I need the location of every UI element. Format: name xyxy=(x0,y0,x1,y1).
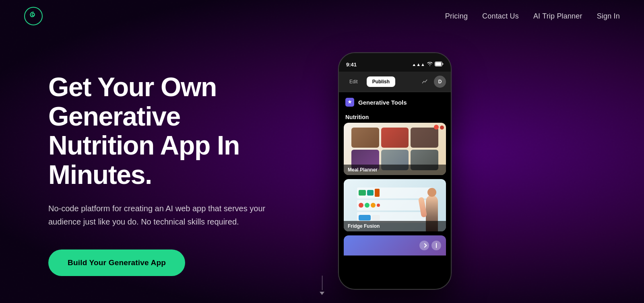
chart-button[interactable] xyxy=(419,76,431,88)
phone-notch xyxy=(371,53,419,64)
scroll-arrowhead xyxy=(320,292,324,295)
section-label-nutrition: Nutrition xyxy=(339,111,451,123)
nav-link-ai-trip[interactable]: AI Trip Planner xyxy=(533,12,582,20)
phone-frame: 9:41 ▲▲▲ xyxy=(338,52,452,290)
logo-icon xyxy=(24,7,43,25)
meal-planner-card[interactable]: Meal Planner xyxy=(344,123,446,175)
phone-mockup: 9:41 ▲▲▲ xyxy=(338,52,459,290)
wifi-icon xyxy=(427,62,433,67)
publish-button[interactable]: Publish xyxy=(367,76,395,87)
navbar: Pricing Contact Us AI Trip Planner Sign … xyxy=(0,0,644,32)
hero-subtitle: No-code platform for creating an AI web … xyxy=(48,202,274,229)
nav-link-contact[interactable]: Contact Us xyxy=(482,12,519,20)
battery-icon xyxy=(435,62,444,67)
fridge-fusion-card[interactable]: Fridge Fusion xyxy=(344,179,446,231)
status-time: 9:41 xyxy=(346,62,357,68)
nav-link-pricing[interactable]: Pricing xyxy=(445,12,468,20)
main-content: Get Your Own Generative Nutrition App In… xyxy=(0,32,644,303)
logo[interactable] xyxy=(24,7,43,25)
nav-item-pricing[interactable]: Pricing xyxy=(445,12,468,21)
svg-rect-1 xyxy=(436,62,442,66)
app-header: Generative Tools xyxy=(339,92,451,111)
edit-button[interactable]: Edit xyxy=(344,76,363,87)
nav-item-ai-trip[interactable]: AI Trip Planner xyxy=(533,12,582,21)
phone-inner: Edit Publish D xyxy=(339,72,451,289)
toolbar-left: Edit Publish xyxy=(344,76,395,87)
nav-link-signin[interactable]: Sign In xyxy=(597,12,620,20)
phone-app-content: Generative Tools Nutrition xyxy=(339,92,451,289)
phone-toolbar: Edit Publish D xyxy=(339,72,451,92)
headline-line1: Get Your Own Generative xyxy=(48,72,217,131)
app-header-icon xyxy=(345,98,354,107)
nav-item-contact[interactable]: Contact Us xyxy=(482,12,519,21)
cta-button[interactable]: Build Your Generative App xyxy=(48,249,185,276)
hero-text: Get Your Own Generative Nutrition App In… xyxy=(48,56,338,276)
scroll-line xyxy=(322,276,322,290)
nav-links: Pricing Contact Us AI Trip Planner Sign … xyxy=(445,12,620,21)
user-avatar[interactable]: D xyxy=(434,76,446,88)
meal-planner-label: Meal Planner xyxy=(344,165,446,175)
third-card-partial xyxy=(344,235,446,256)
fridge-fusion-label: Fridge Fusion xyxy=(344,221,446,231)
headline-line2: Nutrition App In Minutes. xyxy=(48,130,239,190)
app-header-title: Generative Tools xyxy=(358,99,407,106)
hero-headline: Get Your Own Generative Nutrition App In… xyxy=(48,72,338,189)
nav-item-signin[interactable]: Sign In xyxy=(597,12,620,21)
scroll-indicator xyxy=(320,276,324,295)
